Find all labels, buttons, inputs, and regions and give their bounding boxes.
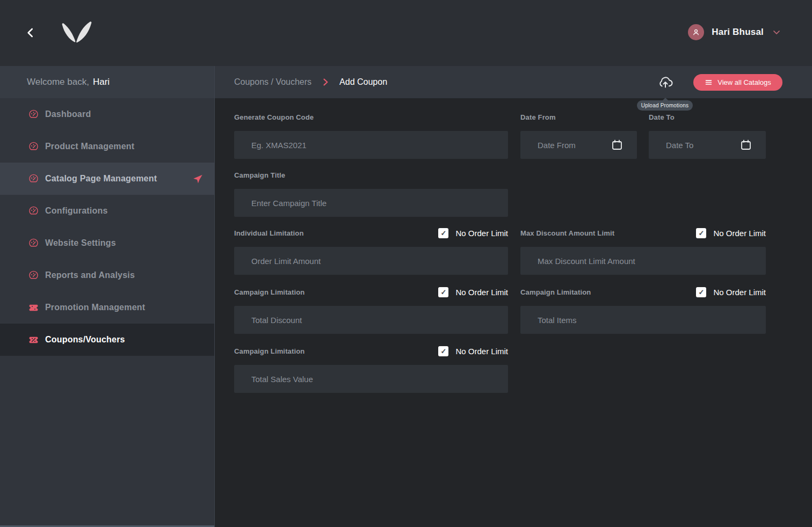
sidebar-item-website-settings[interactable]: Website Settings — [0, 227, 214, 259]
upload-promotions-button[interactable] — [657, 74, 673, 90]
max-discount-label: Max Discount Amount Limit — [520, 229, 614, 237]
sidebar-item-dashboard[interactable]: Dashboard — [0, 98, 214, 130]
no-order-limit-label: No Order Limit — [713, 288, 766, 297]
date-to-field-group: Date To — [649, 112, 766, 159]
no-order-limit-label: No Order Limit — [455, 288, 508, 297]
total-sales-value-input[interactable] — [234, 365, 508, 393]
no-order-limit-label: No Order Limit — [713, 229, 766, 238]
campaign-limitation-label: Campaign Limitation — [234, 288, 305, 296]
campaign-title-input[interactable] — [234, 189, 508, 217]
no-order-limit-label: No Order Limit — [455, 347, 508, 356]
sidebar-item-catalog-page-management[interactable]: Catalog Page Management — [0, 163, 214, 195]
no-order-limit-toggle[interactable]: ✓ No Order Limit — [438, 228, 508, 238]
total-items-input[interactable] — [520, 306, 766, 334]
gauge-icon — [28, 173, 39, 185]
date-from-field-group: Date From — [520, 112, 637, 159]
no-order-limit-toggle[interactable]: ✓ No Order Limit — [438, 346, 508, 356]
cloud-upload-icon — [657, 74, 673, 90]
chevron-down-icon — [771, 27, 782, 38]
menu-lines-icon — [705, 78, 713, 86]
app-logo — [59, 19, 93, 44]
no-order-limit-toggle[interactable]: ✓ No Order Limit — [438, 287, 508, 297]
sidebar-item-product-management[interactable]: Product Management — [0, 130, 214, 163]
chevron-right-icon — [320, 77, 331, 87]
coupon-code-field-group: Generate Coupon Code — [234, 112, 508, 159]
sidebar-item-reports-and-analysis[interactable]: Reports and Analysis — [0, 259, 214, 291]
user-name: Hari Bhusal — [712, 27, 764, 38]
checkbox-checked-icon[interactable]: ✓ — [696, 228, 706, 238]
campaign-limitation-label: Campaign Limitation — [520, 288, 591, 296]
max-discount-limit-input[interactable] — [520, 247, 766, 275]
chevron-left-icon — [24, 26, 38, 40]
sidebar-item-label: Reports and Analysis — [45, 270, 135, 280]
date-to-label: Date To — [649, 113, 675, 121]
max-discount-field-group: Max Discount Amount Limit ✓ No Order Lim… — [520, 228, 766, 275]
gauge-icon — [28, 270, 39, 281]
checkbox-checked-icon[interactable]: ✓ — [438, 346, 448, 356]
gauge-icon — [28, 141, 39, 152]
sidebar-item-configurations[interactable]: Configurations — [0, 195, 214, 227]
individual-limitation-field-group: Individual Limitation ✓ No Order Limit — [234, 228, 508, 275]
gauge-icon — [28, 206, 39, 217]
campaign-limitation-discount-group: Campaign Limitation ✓ No Order Limit — [234, 287, 508, 334]
content-header: Coupons / Vouchers Add Coupon View all C… — [215, 66, 812, 98]
pointer-cursor-icon — [192, 173, 204, 185]
sidebar-item-label: Website Settings — [45, 238, 116, 248]
coupon-code-label: Generate Coupon Code — [234, 113, 314, 121]
ticket-icon — [28, 302, 39, 313]
breadcrumb: Coupons / Vouchers Add Coupon — [234, 77, 387, 87]
sidebar: Welcome back, Hari Dashboard Product Man… — [0, 66, 215, 527]
user-menu[interactable]: Hari Bhusal — [688, 23, 782, 41]
breadcrumb-parent[interactable]: Coupons / Vouchers — [234, 77, 311, 87]
gauge-icon — [28, 238, 39, 249]
no-order-limit-label: No Order Limit — [455, 229, 508, 238]
no-order-limit-toggle[interactable]: ✓ No Order Limit — [696, 228, 766, 238]
welcome-user-name: Hari — [93, 77, 110, 87]
avatar — [688, 24, 704, 40]
person-icon — [691, 27, 701, 37]
checkbox-checked-icon[interactable]: ✓ — [438, 228, 448, 238]
welcome-text: Welcome back, — [27, 77, 89, 87]
sidebar-item-coupons-vouchers[interactable]: Coupons/Vouchers — [0, 324, 214, 356]
date-from-label: Date From — [520, 113, 556, 121]
order-limit-amount-input[interactable] — [234, 247, 508, 275]
ticket-icon — [28, 334, 39, 346]
sidebar-item-label: Catalog Page Management — [45, 174, 157, 184]
sidebar-item-label: Promotion Management — [45, 303, 145, 312]
checkbox-checked-icon[interactable]: ✓ — [696, 287, 706, 297]
main-content: Coupons / Vouchers Add Coupon View all C… — [215, 66, 812, 527]
back-button[interactable] — [24, 26, 38, 40]
gauge-icon — [28, 109, 39, 120]
welcome-banner: Welcome back, Hari — [0, 66, 214, 98]
campaign-limitation-items-group: Campaign Limitation ✓ No Order Limit — [520, 287, 766, 334]
checkbox-checked-icon[interactable]: ✓ — [438, 287, 448, 297]
view-all-catalogs-button[interactable]: View all Catalogs — [693, 74, 782, 91]
view-all-catalogs-label: View all Catalogs — [717, 78, 771, 86]
campaign-limitation-label: Campaign Limitation — [234, 347, 305, 355]
total-discount-input[interactable] — [234, 306, 508, 334]
campaign-title-label: Campaign Title — [234, 171, 285, 179]
individual-limitation-label: Individual Limitation — [234, 229, 304, 237]
sidebar-item-label: Coupons/Vouchers — [45, 335, 125, 345]
sidebar-item-label: Configurations — [45, 206, 108, 216]
no-order-limit-toggle[interactable]: ✓ No Order Limit — [696, 287, 766, 297]
campaign-limitation-sales-group: Campaign Limitation ✓ No Order Limit — [234, 346, 508, 393]
coupon-code-input[interactable] — [234, 131, 508, 159]
breadcrumb-current: Add Coupon — [339, 77, 387, 87]
date-to-input[interactable] — [649, 131, 766, 159]
butterfly-logo-icon — [59, 19, 93, 43]
upload-promotions-tooltip: Upload Promotions — [637, 100, 693, 111]
sidebar-item-label: Dashboard — [45, 109, 91, 119]
sidebar-item-promotion-management[interactable]: Promotion Management — [0, 291, 214, 324]
top-bar: Hari Bhusal — [0, 0, 812, 66]
campaign-title-field-group: Campaign Title — [234, 170, 508, 217]
sidebar-item-label: Product Management — [45, 142, 134, 151]
date-from-input[interactable] — [520, 131, 637, 159]
